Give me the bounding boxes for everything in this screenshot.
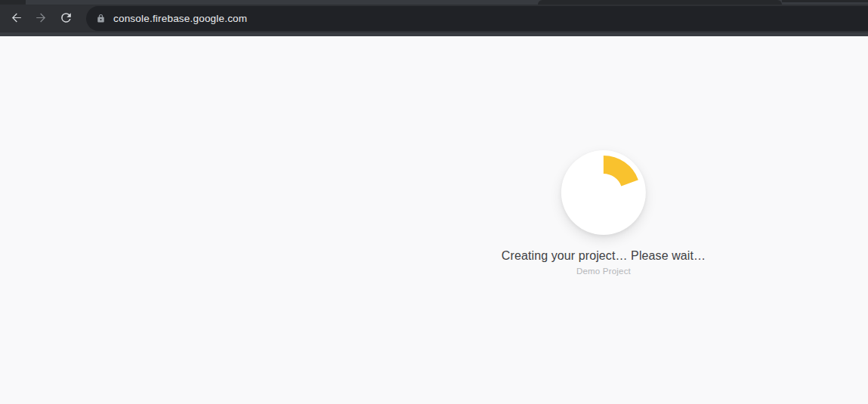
project-creation-loader: Creating your project… Please wait… Demo… <box>502 150 706 276</box>
browser-window: console.firebase.google.com Creating you… <box>0 0 868 404</box>
forward-button[interactable] <box>31 8 51 30</box>
reload-icon <box>59 11 73 27</box>
address-bar[interactable]: console.firebase.google.com <box>86 6 868 31</box>
forward-arrow-icon <box>34 11 48 27</box>
tab-strip-right-edge <box>782 0 868 2</box>
project-name: Demo Project <box>502 267 706 276</box>
back-button[interactable] <box>6 8 26 30</box>
loading-spinner <box>561 150 646 235</box>
browser-toolbar: console.firebase.google.com <box>0 5 868 32</box>
url-text[interactable]: console.firebase.google.com <box>113 13 247 24</box>
status-text: Creating your project… Please wait… <box>502 249 706 263</box>
lock-icon[interactable] <box>96 14 106 23</box>
firebase-console-page: Creating your project… Please wait… Demo… <box>0 36 868 404</box>
spinner-arc <box>604 156 638 186</box>
reload-button[interactable] <box>56 8 76 30</box>
back-arrow-icon <box>9 11 23 27</box>
